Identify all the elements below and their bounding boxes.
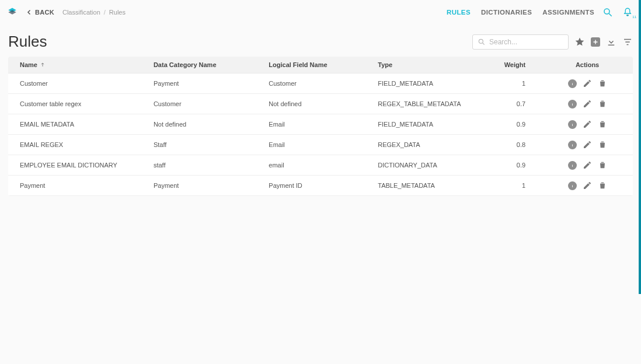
cell-weight: 0.7 xyxy=(481,94,542,114)
download-icon[interactable] xyxy=(606,37,616,47)
top-bar: BACK Classification / Rules RULES DICTIO… xyxy=(0,0,641,24)
cell-category: Payment xyxy=(148,176,263,196)
cell-category: Staff xyxy=(148,135,263,155)
edit-icon[interactable] xyxy=(583,79,592,88)
cell-actions: i xyxy=(542,74,633,94)
cell-weight: 1 xyxy=(481,176,542,196)
cell-name: EMAIL REGEX xyxy=(8,135,148,155)
table-toolbar xyxy=(574,37,633,47)
cell-type: REGEX_TABLE_METADATA xyxy=(372,94,481,114)
edit-icon[interactable] xyxy=(583,160,592,170)
info-icon[interactable]: i xyxy=(568,141,577,149)
delete-icon[interactable] xyxy=(598,140,607,149)
back-label: BACK xyxy=(35,9,54,16)
breadcrumb-parent[interactable]: Classification xyxy=(62,9,100,16)
col-header-name-label: Name xyxy=(20,61,37,68)
table-search[interactable] xyxy=(472,34,569,50)
tab-rules[interactable]: RULES xyxy=(447,9,471,16)
cell-logical-field: email xyxy=(263,155,372,176)
global-search-icon[interactable] xyxy=(602,7,613,18)
add-rule-button[interactable] xyxy=(591,37,600,47)
topbar-icons: 11 xyxy=(602,7,633,18)
breadcrumb: Classification / Rules xyxy=(62,9,126,16)
table-row[interactable]: EMAIL REGEXStaffEmailREGEX_DATA0.8i xyxy=(8,135,633,155)
cell-name: EMPLOYEE EMAIL DICTIONARY xyxy=(8,155,148,176)
delete-icon[interactable] xyxy=(598,79,607,88)
chevron-left-icon xyxy=(26,9,33,16)
col-header-actions: Actions xyxy=(542,57,633,74)
info-icon[interactable]: i xyxy=(568,120,577,129)
cell-name: Customer table regex xyxy=(8,94,148,114)
page-title: Rules xyxy=(8,33,47,51)
col-header-name[interactable]: Name xyxy=(8,57,148,74)
svg-text:i: i xyxy=(572,184,573,187)
svg-point-0 xyxy=(604,9,609,14)
table-row[interactable]: Customer table regexCustomerNot definedR… xyxy=(8,94,633,114)
edit-icon[interactable] xyxy=(583,99,592,108)
cell-actions: i xyxy=(542,135,633,155)
cell-logical-field: Payment ID xyxy=(263,176,372,196)
info-icon[interactable]: i xyxy=(568,161,577,170)
col-header-type[interactable]: Type xyxy=(372,57,481,74)
notifications-badge: 11 xyxy=(632,15,636,19)
table-row[interactable]: CustomerPaymentCustomerFIELD_METADATA1i xyxy=(8,74,633,94)
tab-dictionaries[interactable]: DICTIONARIES xyxy=(481,9,532,16)
svg-text:i: i xyxy=(572,123,573,126)
delete-icon[interactable] xyxy=(598,181,607,190)
cell-category: Customer xyxy=(148,94,263,114)
cell-logical-field: Not defined xyxy=(263,94,372,114)
table-row[interactable]: PaymentPaymentPayment IDTABLE_METADATA1i xyxy=(8,176,633,196)
svg-point-2 xyxy=(479,39,483,43)
col-header-logical-field[interactable]: Logical Field Name xyxy=(263,57,372,74)
filter-icon[interactable] xyxy=(622,37,633,47)
cell-category: staff xyxy=(148,155,263,176)
cell-category: Not defined xyxy=(148,114,263,135)
cell-weight: 1 xyxy=(481,74,542,94)
svg-text:i: i xyxy=(572,82,573,85)
cell-name: Customer xyxy=(8,74,148,94)
edit-icon[interactable] xyxy=(583,140,592,149)
info-icon[interactable]: i xyxy=(568,181,577,190)
svg-line-1 xyxy=(609,13,612,16)
breadcrumb-current: Rules xyxy=(109,9,126,16)
cell-type: FIELD_METADATA xyxy=(372,114,481,135)
rules-table: Name Data Category Name Logical Field Na… xyxy=(8,57,633,196)
cell-weight: 0.9 xyxy=(481,114,542,135)
cell-type: REGEX_DATA xyxy=(372,135,481,155)
cell-actions: i xyxy=(542,114,633,135)
cell-type: DICTIONARY_DATA xyxy=(372,155,481,176)
cell-logical-field: Email xyxy=(263,135,372,155)
svg-text:i: i xyxy=(572,143,573,146)
delete-icon[interactable] xyxy=(598,160,607,170)
cell-actions: i xyxy=(542,176,633,196)
svg-text:i: i xyxy=(572,102,573,106)
cell-type: FIELD_METADATA xyxy=(372,74,481,94)
info-icon[interactable]: i xyxy=(568,100,577,108)
back-button[interactable]: BACK xyxy=(26,9,54,16)
cell-actions: i xyxy=(542,94,633,114)
notifications-icon[interactable]: 11 xyxy=(622,7,633,18)
sort-asc-icon xyxy=(40,62,46,68)
table-row[interactable]: EMPLOYEE EMAIL DICTIONARYstaffemailDICTI… xyxy=(8,155,633,176)
delete-icon[interactable] xyxy=(598,99,607,108)
right-edge-accent xyxy=(639,0,641,294)
edit-icon[interactable] xyxy=(583,181,592,190)
search-input[interactable] xyxy=(489,38,577,46)
primary-tabs: RULES DICTIONARIES ASSIGNMENTS xyxy=(447,9,594,16)
tab-assignments[interactable]: ASSIGNMENTS xyxy=(542,9,594,16)
cell-logical-field: Customer xyxy=(263,74,372,94)
delete-icon[interactable] xyxy=(598,120,607,129)
breadcrumb-separator: / xyxy=(104,9,106,16)
col-header-category[interactable]: Data Category Name xyxy=(148,57,263,74)
search-icon xyxy=(478,38,486,46)
info-icon[interactable]: i xyxy=(568,79,577,88)
cell-weight: 0.8 xyxy=(481,135,542,155)
app-logo-icon xyxy=(7,7,18,18)
edit-icon[interactable] xyxy=(583,120,592,129)
favorite-icon[interactable] xyxy=(574,37,585,47)
cell-name: EMAIL METADATA xyxy=(8,114,148,135)
svg-text:i: i xyxy=(572,163,573,167)
table-row[interactable]: EMAIL METADATANot definedEmailFIELD_META… xyxy=(8,114,633,135)
col-header-weight[interactable]: Weight xyxy=(481,57,542,74)
cell-type: TABLE_METADATA xyxy=(372,176,481,196)
